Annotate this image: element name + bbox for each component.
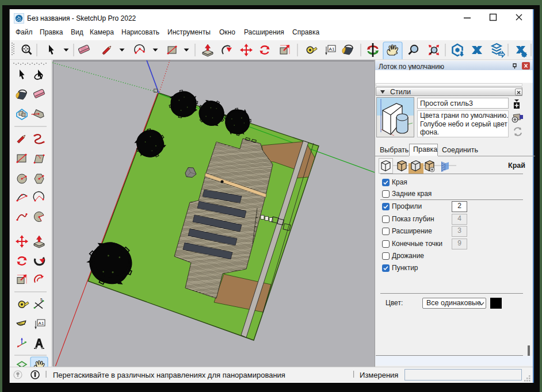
svg-text:5: 5 [40, 298, 43, 302]
svg-text:A1: A1 [329, 47, 335, 52]
svg-text:A1: A1 [39, 321, 44, 326]
